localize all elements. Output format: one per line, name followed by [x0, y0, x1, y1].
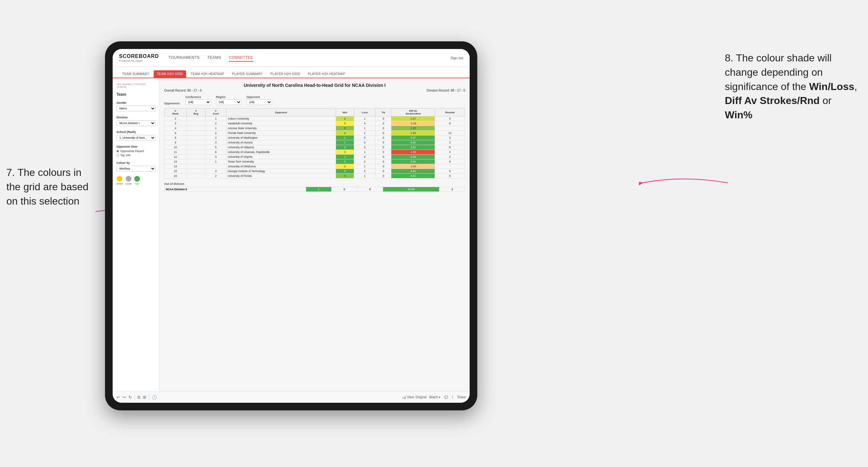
toolbar-view[interactable]: 📊 View: Original [402, 396, 426, 399]
cell-conf: 3 [205, 140, 226, 145]
region-select[interactable]: (All) [216, 99, 242, 105]
cell-rounds: 9 [435, 159, 465, 164]
cell-loss: 4 [354, 121, 376, 126]
cell-tie: 0 [375, 126, 391, 131]
cell-rank: 3 [164, 121, 187, 126]
nav-bar: SCOREBOARD Powered by clippd TOURNAMENTS… [113, 49, 470, 67]
cell-conf [205, 164, 226, 169]
clock-icon[interactable]: 🕐 [152, 395, 157, 400]
legend-down: Down [117, 176, 123, 185]
tab-team-h2h-heatmap[interactable]: TEAM H2H HEATMAP [187, 70, 227, 77]
grid-icon[interactable]: ⊞ [143, 395, 146, 400]
cell-loss: 0 [354, 155, 376, 159]
tab-team-summary[interactable]: TEAM SUMMARY [119, 70, 152, 77]
comment-icon[interactable]: 💬 [444, 396, 448, 399]
redo-icon[interactable]: ↪ [123, 395, 126, 400]
nav-links: TOURNAMENTS TEAMS COMMITTEE [168, 54, 451, 62]
cell-loss: 0 [332, 187, 357, 192]
cell-opponent: University of Arkansas, Fayetteville [226, 150, 336, 155]
cell-opponent: Vanderbilt University [226, 121, 336, 126]
opponent-view-label: Opponent View [117, 145, 156, 148]
col-conf: #Conf [205, 108, 226, 117]
cell-rank: 16 [164, 174, 187, 179]
cell-rounds: 8 [435, 145, 465, 150]
cell-diff: -4.33 [391, 150, 435, 155]
legend: Down Level Up [117, 176, 156, 185]
col-tie: Tie [375, 108, 391, 117]
cell-conf: 1 [205, 126, 226, 131]
tab-player-h2h-heatmap[interactable]: PLAYER H2H HEATMAP [305, 70, 348, 77]
cell-opponent: Texas Tech University [226, 159, 336, 164]
team-label: Team [117, 92, 156, 97]
tab-player-h2h-grid[interactable]: PLAYER H2H GRID [267, 70, 304, 77]
cell-opponent: Arizona State University [226, 126, 336, 131]
out-div-row: NCAA Division II 1 0 0 26.00 3 [164, 187, 465, 192]
opponent-label: Opponent [247, 95, 272, 99]
out-of-division: Out of division NCAA Division II 1 0 0 2… [164, 182, 465, 192]
cell-opponent: Georgia Institute of Technology [226, 169, 336, 174]
cell-win: 3 [336, 159, 354, 164]
cell-diff: 5.56 [391, 159, 435, 164]
nav-committee[interactable]: COMMITTEE [229, 54, 253, 62]
cell-rounds: 8 [435, 121, 465, 126]
school-select[interactable]: 1. University of Nort... [117, 135, 156, 141]
nav-teams[interactable]: TEAMS [208, 54, 221, 62]
legend-up: Up [134, 176, 140, 185]
cell-rounds: 3 [435, 155, 465, 159]
cell-rank: 8 [164, 135, 187, 140]
col-opponent: Opponent [226, 108, 336, 117]
cell-loss: 1 [354, 174, 376, 179]
cell-division: NCAA Division II [164, 187, 306, 192]
division-select[interactable]: NCAA Division I [117, 120, 156, 126]
cell-win: 5 [336, 126, 354, 131]
cell-opponent: University of Oklahoma [226, 164, 336, 169]
table-row: 4 1 Arizona State University 5 1 0 2.28 [164, 126, 465, 131]
gender-select[interactable]: Men's [117, 105, 156, 111]
conference-select[interactable]: (All) [186, 99, 211, 105]
cell-opponent: University of Arizona [226, 140, 336, 145]
cell-rounds: 2 [435, 140, 465, 145]
colour-by-select[interactable]: Win/loss [117, 166, 156, 172]
cell-win: 3 [336, 174, 354, 179]
cell-conf: 4 [205, 169, 226, 174]
tab-player-summary[interactable]: PLAYER SUMMARY [229, 70, 266, 77]
panel-division: Division NCAA Division I [117, 116, 156, 126]
panel-colour-by: Colour by Win/loss [117, 161, 156, 172]
table-row: 3 2 Vanderbilt University 0 4 0 -2.29 8 [164, 121, 465, 126]
table-row: 2 1 Auburn University 2 1 0 1.67 9 [164, 117, 465, 121]
logo-text: SCOREBOARD [119, 54, 159, 59]
cell-rank: 2 [164, 117, 187, 121]
cell-rounds: 9 [435, 117, 465, 121]
filter-conference: Conference (All) [186, 95, 211, 105]
nav-tournaments[interactable]: TOURNAMENTS [168, 54, 200, 62]
grid-records: Overall Record: 89 - 17 - 0 Division Rec… [164, 89, 465, 92]
cell-loss: 0 [354, 169, 376, 174]
sign-out[interactable]: Sign out [451, 56, 463, 60]
cell-reg [186, 126, 205, 131]
cell-opponent: University of Washington [226, 135, 336, 140]
division-label: Division [117, 116, 156, 119]
refresh-icon[interactable]: ↻ [128, 395, 132, 400]
table-row: 8 2 University of Washington 1 0 0 3.67 … [164, 135, 465, 140]
panel-team: Team [117, 92, 156, 97]
undo-icon[interactable]: ↩ [117, 395, 120, 400]
cell-diff: 9.00 [391, 140, 435, 145]
copy-icon[interactable]: ⧉ [137, 395, 140, 400]
toolbar: ↩ ↪ ↻ ⧉ ⊞ 🕐 📊 View: Original Watch ▾ 💬 ⤴… [113, 391, 470, 403]
radio-opponents-played[interactable]: Opponents Played [117, 150, 156, 153]
share-button[interactable]: Share [457, 396, 466, 399]
opponent-select[interactable]: (All) [247, 99, 272, 105]
cell-rank: 6 [164, 131, 187, 135]
share-icon[interactable]: ⤴ [452, 396, 454, 399]
cell-opponent: University of Alabama [226, 145, 336, 150]
watch-button[interactable]: Watch ▾ [429, 396, 441, 399]
cell-rank: 9 [164, 140, 187, 145]
cell-reg [186, 145, 205, 150]
cell-reg [186, 131, 205, 135]
tab-team-h2h-grid[interactable]: TEAM H2H GRID [154, 70, 186, 77]
annotation-right: 8. The colour shade will change dependin… [725, 51, 859, 122]
cell-diff: 2.61 [391, 145, 435, 150]
cell-reg [186, 121, 205, 126]
col-diff: Diff AvStrokes/Rnd [391, 108, 435, 117]
radio-top-100[interactable]: Top 100 [117, 154, 156, 157]
